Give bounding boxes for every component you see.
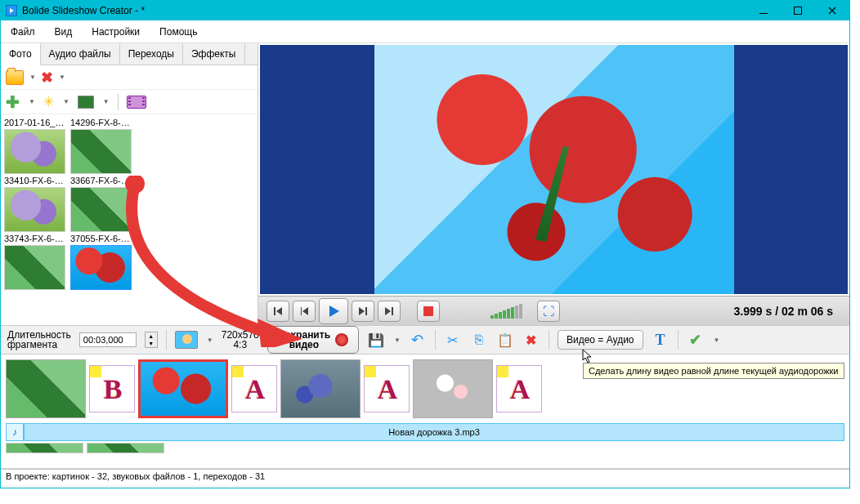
thumb-caption: 2017-01-16_2203... bbox=[4, 118, 65, 127]
prev-track-button[interactable] bbox=[267, 301, 289, 322]
duration-spinner[interactable]: ▲▼ bbox=[145, 332, 158, 348]
resolution-label: 720x5764:3 bbox=[222, 330, 259, 350]
timeline-clip[interactable] bbox=[413, 359, 493, 418]
timeline-clip[interactable] bbox=[6, 443, 83, 453]
timeline-clip-current[interactable] bbox=[138, 359, 228, 418]
tooltip: Сделать длину видео равной длине текущей… bbox=[583, 363, 844, 379]
thumb-caption: 33667-FX-6-0-12-... bbox=[70, 176, 132, 185]
thumb-item[interactable]: 37055-FX-6-0-12-... bbox=[70, 234, 132, 290]
time-display: 3.999 s / 02 m 06 s bbox=[734, 305, 841, 318]
close-button[interactable] bbox=[815, 1, 849, 20]
thumb-caption: 37055-FX-6-0-12-... bbox=[70, 234, 132, 243]
thumb-item[interactable]: 33410-FX-6-0-12-... bbox=[4, 176, 65, 232]
tab-photo[interactable]: Фото bbox=[1, 43, 41, 65]
text-icon[interactable]: T bbox=[652, 331, 670, 349]
thumb-caption: 33410-FX-6-0-12-... bbox=[4, 176, 65, 185]
thumb-item[interactable]: 33667-FX-6-0-12-... bbox=[70, 176, 132, 232]
remove-icon[interactable]: ✖ bbox=[41, 69, 53, 87]
next-frame-button[interactable] bbox=[352, 301, 374, 322]
stop-button[interactable] bbox=[417, 301, 440, 322]
copy-icon[interactable]: ⎘ bbox=[470, 331, 488, 349]
dropdown-icon[interactable]: ▼ bbox=[29, 74, 36, 81]
preview-viewport bbox=[260, 45, 848, 294]
color-swatch[interactable] bbox=[78, 96, 94, 109]
volume-indicator[interactable] bbox=[490, 304, 522, 319]
preview-image bbox=[374, 45, 734, 294]
open-folder-icon[interactable] bbox=[6, 70, 24, 85]
tab-audio[interactable]: Аудио файлы bbox=[41, 43, 120, 65]
timeline-transition[interactable]: A bbox=[496, 365, 542, 413]
undo-icon[interactable]: ↶ bbox=[409, 331, 427, 349]
prev-frame-button[interactable] bbox=[293, 301, 316, 322]
record-icon bbox=[335, 333, 348, 346]
dropdown-icon[interactable]: ▼ bbox=[59, 74, 65, 81]
thumb-item[interactable]: 33743-FX-6-0-12-... bbox=[4, 234, 65, 290]
timeline-transition[interactable]: A bbox=[364, 365, 410, 413]
cursor-icon bbox=[582, 349, 593, 364]
tab-effects[interactable]: Эффекты bbox=[183, 43, 245, 65]
dropdown-icon[interactable]: ▼ bbox=[63, 98, 69, 105]
media-panel: Фото Аудио файлы Переходы Эффекты ▼ ✖▼ ✚… bbox=[1, 43, 258, 325]
timeline-clip[interactable] bbox=[280, 359, 361, 418]
fullscreen-button[interactable]: ⛶ bbox=[537, 301, 560, 322]
timeline-clip[interactable] bbox=[87, 443, 164, 453]
avatar-icon[interactable] bbox=[175, 331, 198, 349]
play-button[interactable] bbox=[319, 298, 348, 324]
cut-icon[interactable]: ✂ bbox=[444, 331, 462, 349]
save-icon[interactable]: 💾 bbox=[367, 331, 385, 349]
svg-rect-0 bbox=[759, 13, 768, 14]
audio-track[interactable]: Новая дорожка 3.mp3 bbox=[24, 423, 844, 441]
app-icon bbox=[6, 5, 17, 16]
maximize-button[interactable] bbox=[781, 1, 815, 20]
menu-settings[interactable]: Настройки bbox=[92, 26, 140, 38]
duration-input[interactable] bbox=[79, 332, 137, 347]
thumb-item[interactable]: 2017-01-16_2203... bbox=[4, 118, 65, 174]
tab-transitions[interactable]: Переходы bbox=[120, 43, 183, 65]
preview-panel: ⛶ 3.999 s / 02 m 06 s bbox=[258, 43, 849, 325]
menu-file[interactable]: Файл bbox=[11, 26, 35, 38]
timeline-transition[interactable]: A bbox=[231, 365, 277, 413]
menu-help[interactable]: Помощь bbox=[159, 26, 197, 38]
minimize-button[interactable] bbox=[746, 1, 781, 20]
menu-view[interactable]: Вид bbox=[55, 26, 73, 38]
window-title: Bolide Slideshow Creator - * bbox=[22, 5, 145, 16]
thumb-caption: 33743-FX-6-0-12-... bbox=[4, 234, 65, 243]
audio-track-icon[interactable]: ♪ bbox=[6, 423, 24, 441]
titlebar: Bolide Slideshow Creator - * bbox=[1, 1, 849, 20]
dropdown-icon[interactable]: ▼ bbox=[103, 98, 110, 105]
svg-rect-1 bbox=[795, 7, 802, 15]
timeline-clip[interactable] bbox=[6, 359, 86, 418]
add-icon[interactable]: ✚ bbox=[6, 92, 20, 112]
next-track-button[interactable] bbox=[378, 301, 401, 322]
playback-controls: ⛶ 3.999 s / 02 m 06 s bbox=[258, 296, 849, 325]
sparkle-icon[interactable]: ✳ bbox=[43, 94, 54, 109]
duration-label: Длительностьфрагмента bbox=[7, 330, 71, 350]
dropdown-icon[interactable]: ▼ bbox=[394, 337, 401, 344]
mid-toolbar: Длительностьфрагмента ▲▼ ▼ 720x5764:3 Со… bbox=[1, 325, 849, 355]
thumb-item[interactable]: 14296-FX-8-0-12-... bbox=[70, 118, 132, 174]
dropdown-icon[interactable]: ▼ bbox=[29, 98, 35, 105]
thumb-caption: 14296-FX-8-0-12-... bbox=[70, 118, 132, 127]
statusbar: В проекте: картинок - 32, звуковых файло… bbox=[1, 469, 849, 485]
dropdown-icon[interactable]: ▼ bbox=[207, 337, 213, 344]
apply-icon[interactable]: ✔ bbox=[687, 331, 705, 349]
timeline-transition[interactable]: B bbox=[89, 365, 135, 413]
save-video-button[interactable]: Сохранитьвидео bbox=[267, 326, 359, 354]
paste-icon[interactable]: 📋 bbox=[496, 331, 514, 349]
video-equals-audio-button[interactable]: Видео = Аудио bbox=[558, 330, 643, 350]
thumbnail-list[interactable]: 2017-01-16_2203... 14296-FX-8-0-12-... 3… bbox=[1, 114, 258, 325]
dropdown-icon[interactable]: ▼ bbox=[714, 337, 720, 344]
film-icon[interactable] bbox=[127, 96, 146, 109]
menubar: Файл Вид Настройки Помощь bbox=[1, 20, 849, 43]
delete-icon[interactable]: ✖ bbox=[522, 331, 540, 349]
